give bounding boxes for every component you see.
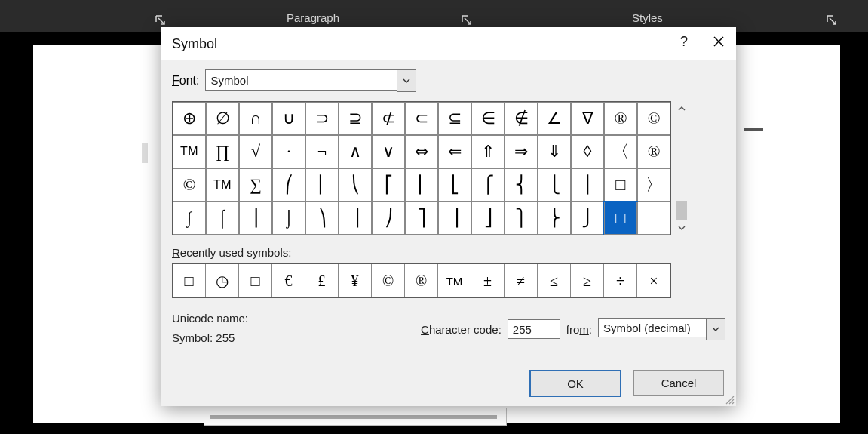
symbol-cell[interactable]: ⊕ <box>173 102 206 135</box>
symbol-cell[interactable]: 〉 <box>637 168 670 202</box>
symbol-cell[interactable]: ⎞ <box>305 202 339 235</box>
recent-symbol-cell[interactable]: ® <box>405 264 438 297</box>
symbol-cell[interactable]: ∫ <box>173 202 206 235</box>
symbol-cell[interactable]: ⇓ <box>538 135 571 168</box>
symbol-cell[interactable]: ¬ <box>305 135 339 168</box>
from-combobox[interactable]: Symbol (decimal) <box>598 318 725 340</box>
symbol-cell[interactable]: ⎟ <box>339 202 372 235</box>
symbol-cell[interactable]: ⇔ <box>405 135 438 168</box>
font-combobox[interactable]: Symbol <box>205 69 416 92</box>
symbol-cell[interactable]: ⊂ <box>405 102 438 135</box>
symbol-cell[interactable]: ∩ <box>239 102 272 135</box>
symbol-cell[interactable]: ⎨ <box>505 168 538 202</box>
symbol-cell[interactable]: ∠ <box>538 102 571 135</box>
scroll-down-icon[interactable] <box>674 220 689 235</box>
symbol-cell[interactable]: ⎜ <box>305 168 339 202</box>
resize-grip-icon[interactable] <box>724 394 735 405</box>
symbol-cell[interactable]: ⎦ <box>471 202 505 235</box>
symbol-cell[interactable]: ∅ <box>206 102 239 135</box>
from-combobox-value[interactable]: Symbol (decimal) <box>598 318 706 337</box>
symbol-cell[interactable]: ® <box>637 135 670 168</box>
symbol-cell[interactable]: ⎭ <box>571 202 604 235</box>
symbol-cell[interactable]: · <box>272 135 305 168</box>
scroll-up-icon[interactable] <box>674 101 689 116</box>
recent-symbols-grid[interactable]: □◷□€£¥©®TM±≠≤≥÷× <box>172 263 671 298</box>
dialog-launcher-icon[interactable] <box>155 15 166 26</box>
recent-symbol-cell[interactable]: ◷ <box>206 264 239 297</box>
symbol-cell[interactable]: ⊆ <box>438 102 471 135</box>
font-combobox-value[interactable]: Symbol <box>205 69 397 91</box>
recent-symbol-cell[interactable]: □ <box>173 264 206 297</box>
symbol-cell[interactable] <box>637 202 670 235</box>
symbol-cell[interactable]: ⎛ <box>272 168 305 202</box>
symbol-cell[interactable]: ∑ <box>239 168 272 202</box>
symbol-cell[interactable]: □ <box>604 202 637 235</box>
symbol-cell[interactable]: ⎝ <box>339 168 372 202</box>
symbol-cell[interactable]: ∧ <box>339 135 372 168</box>
symbol-cell[interactable]: √ <box>239 135 272 168</box>
symbol-cell[interactable]: ∈ <box>471 102 505 135</box>
symbol-cell[interactable]: ⎧ <box>471 168 505 202</box>
recent-symbol-cell[interactable]: ± <box>471 264 505 297</box>
symbol-cell[interactable]: ⎮ <box>239 202 272 235</box>
scroll-thumb[interactable] <box>676 201 687 220</box>
embedded-scrollbar[interactable] <box>204 408 507 426</box>
symbol-cell[interactable]: ⎥ <box>438 202 471 235</box>
recent-symbol-cell[interactable]: ≤ <box>538 264 571 297</box>
symbol-cell[interactable]: ⇐ <box>438 135 471 168</box>
symbol-cell[interactable]: 〈 <box>604 135 637 168</box>
symbol-cell[interactable]: ⇑ <box>471 135 505 168</box>
symbol-cell[interactable]: ® <box>604 102 637 135</box>
symbol-cell[interactable]: ⎫ <box>505 202 538 235</box>
symbol-cell[interactable]: ⎩ <box>538 168 571 202</box>
symbol-cell[interactable]: ∪ <box>272 102 305 135</box>
symbol-cell[interactable]: ⊄ <box>372 102 405 135</box>
symbol-cell[interactable]: ⊃ <box>305 102 339 135</box>
symbol-cell[interactable]: ⎠ <box>372 202 405 235</box>
symbol-cell[interactable]: ∉ <box>505 102 538 135</box>
symbol-cell[interactable]: ⇒ <box>505 135 538 168</box>
recent-symbol-cell[interactable]: © <box>372 264 405 297</box>
recent-symbol-cell[interactable]: £ <box>305 264 339 297</box>
recent-symbol-cell[interactable]: ≥ <box>571 264 604 297</box>
symbol-cell[interactable]: ⎪ <box>571 168 604 202</box>
chevron-down-icon[interactable] <box>706 318 725 340</box>
symbol-cell[interactable]: ⊇ <box>339 102 372 135</box>
dialog-launcher-icon[interactable] <box>827 15 837 26</box>
symbol-cell[interactable]: ⎬ <box>538 202 571 235</box>
recent-symbol-cell[interactable]: □ <box>239 264 272 297</box>
recent-symbol-cell[interactable]: TM <box>438 264 471 297</box>
symbol-cell[interactable]: ⎡ <box>372 168 405 202</box>
dialog-titlebar[interactable]: Symbol ? <box>161 27 736 60</box>
symbol-cell[interactable]: ∨ <box>372 135 405 168</box>
symbol-cell[interactable]: TM <box>173 135 206 168</box>
help-button[interactable]: ? <box>667 27 701 56</box>
dialog-launcher-icon[interactable] <box>462 15 472 26</box>
close-button[interactable] <box>701 27 736 56</box>
symbol-cell[interactable]: ⎤ <box>405 202 438 235</box>
recent-symbol-cell[interactable]: ≠ <box>505 264 538 297</box>
symbol-cell[interactable]: ⎢ <box>405 168 438 202</box>
grid-scrollbar[interactable] <box>674 101 689 235</box>
char-code-input[interactable]: 255 <box>508 319 560 339</box>
chevron-down-icon[interactable] <box>397 69 416 92</box>
symbol-cell[interactable]: © <box>173 168 206 202</box>
symbol-grid[interactable]: ⊕∅∩∪⊃⊇⊄⊂⊆∈∉∠∇®©TM∏√·¬∧∨⇔⇐⇑⇒⇓◊〈®©TM∑⎛⎜⎝⎡⎢… <box>172 101 671 235</box>
symbol-cell[interactable]: ◊ <box>571 135 604 168</box>
font-row: Font: Symbol <box>172 69 725 92</box>
recent-symbol-cell[interactable]: ÷ <box>604 264 637 297</box>
symbol-cell[interactable]: ∇ <box>571 102 604 135</box>
symbol-cell[interactable]: TM <box>206 168 239 202</box>
recent-symbol-cell[interactable]: € <box>272 264 305 297</box>
symbol-cell[interactable]: ⌡ <box>272 202 305 235</box>
cancel-button[interactable]: Cancel <box>633 370 724 396</box>
ok-button[interactable]: OK <box>529 370 621 397</box>
symbol-cell[interactable]: ∏ <box>206 135 239 168</box>
symbol-cell[interactable]: □ <box>604 168 637 202</box>
recent-symbol-cell[interactable]: ¥ <box>339 264 372 297</box>
symbol-cell[interactable]: ⌠ <box>206 202 239 235</box>
dialog-button-row: OK Cancel <box>529 370 724 397</box>
symbol-cell[interactable]: ⎣ <box>438 168 471 202</box>
symbol-cell[interactable]: © <box>637 102 670 135</box>
recent-symbol-cell[interactable]: × <box>637 264 670 297</box>
